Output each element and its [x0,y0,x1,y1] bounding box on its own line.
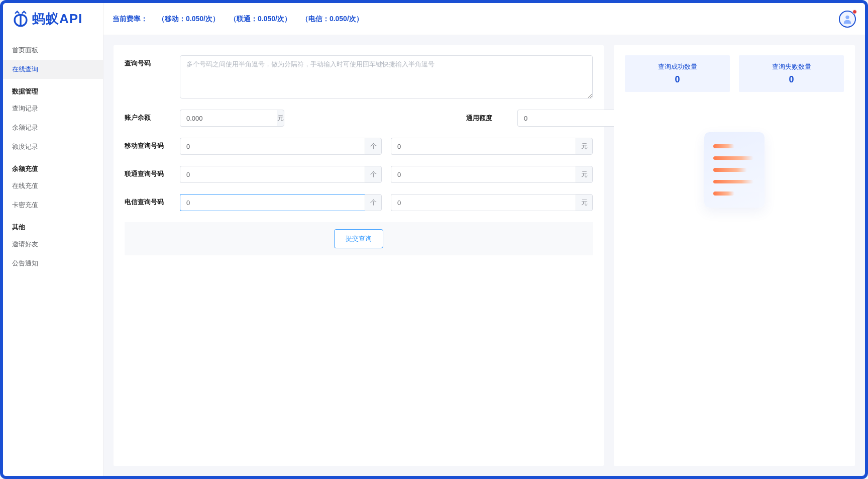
stat-fail: 查询失败数量 0 [739,55,844,92]
rate-telecom: （电信：0.050/次） [301,15,363,24]
main: 当前费率： （移动：0.050/次） （联通：0.050/次） （电信：0.05… [103,3,865,476]
nav-quota-records[interactable]: 额度记录 [3,137,103,156]
mobile-price-input[interactable] [391,138,576,155]
balance-input[interactable] [180,110,277,127]
logo: 蚂蚁API [3,3,103,37]
query-number-label: 查询号码 [125,55,180,68]
stat-fail-value: 0 [746,74,837,85]
telecom-count-input[interactable] [180,194,365,211]
svg-point-0 [845,15,849,19]
unicom-price-input[interactable] [391,166,576,183]
nav-group-data: 数据管理 [3,82,103,99]
quota-input[interactable] [517,110,614,127]
empty-state-icon [704,132,765,208]
mobile-label: 移动查询号码 [125,138,180,150]
unicom-count-input[interactable] [180,166,365,183]
nav-group-other: 其他 [3,218,103,235]
submit-bar: 提交查询 [125,222,593,255]
telecom-price-unit: 元 [576,194,593,211]
user-menu[interactable] [839,11,856,28]
balance-label: 账户余额 [125,110,180,122]
sidebar: 蚂蚁API 首页面板 在线查询 数据管理 查询记录 余额记录 额度记录 余额充值… [3,3,103,476]
rate-mobile: （移动：0.050/次） [158,15,220,24]
submit-button[interactable]: 提交查询 [334,229,383,248]
unicom-count-unit: 个 [365,166,382,183]
mobile-count-input[interactable] [180,138,365,155]
query-number-input[interactable] [180,55,593,99]
logo-text: 蚂蚁API [32,10,82,28]
logo-icon [12,11,29,28]
nav-announce[interactable]: 公告通知 [3,254,103,273]
stat-success: 查询成功数量 0 [625,55,730,92]
notification-dot-icon [852,10,857,14]
empty-state [625,106,844,208]
nav-group-recharge: 余额充值 [3,159,103,176]
quota-label: 通用额度 [466,114,492,123]
nav-invite[interactable]: 邀请好友 [3,235,103,254]
nav-card-recharge[interactable]: 卡密充值 [3,196,103,215]
telecom-label: 电信查询号码 [125,194,180,207]
nav-query-records[interactable]: 查询记录 [3,99,103,118]
rate-label: 当前费率： [113,15,148,24]
stat-success-label: 查询成功数量 [632,62,723,71]
nav-balance-records[interactable]: 余额记录 [3,118,103,137]
unicom-price-unit: 元 [576,166,593,183]
stat-success-value: 0 [632,74,723,85]
telecom-count-unit: 个 [365,194,382,211]
mobile-count-unit: 个 [365,138,382,155]
stats-panel: 查询成功数量 0 查询失败数量 0 [614,45,855,466]
header: 当前费率： （移动：0.050/次） （联通：0.050/次） （电信：0.05… [103,3,865,35]
stat-fail-label: 查询失败数量 [746,62,837,71]
telecom-price-input[interactable] [391,194,576,211]
content: 查询号码 账户余额 元 通用额度 [103,35,865,476]
nav-online-query[interactable]: 在线查询 [3,60,103,79]
nav-online-recharge[interactable]: 在线充值 [3,176,103,196]
query-form-panel: 查询号码 账户余额 元 通用额度 [114,45,604,466]
nav-dashboard[interactable]: 首页面板 [3,41,103,60]
rate-unicom: （联通：0.050/次） [230,15,291,24]
nav: 首页面板 在线查询 数据管理 查询记录 余额记录 额度记录 余额充值 在线充值 … [3,37,103,277]
rate-info: 当前费率： （移动：0.050/次） （联通：0.050/次） （电信：0.05… [113,15,363,24]
unicom-label: 联通查询号码 [125,166,180,178]
mobile-price-unit: 元 [576,138,593,155]
